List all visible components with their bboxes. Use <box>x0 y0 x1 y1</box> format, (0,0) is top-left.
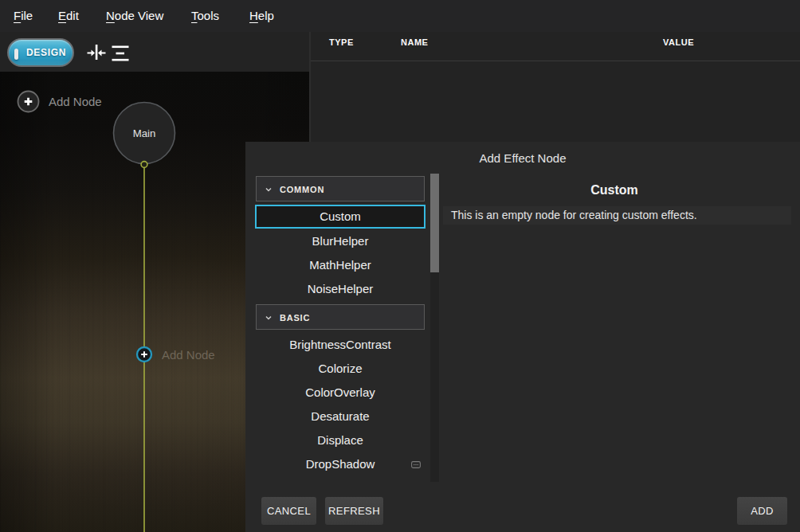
svg-text:Main: Main <box>133 127 156 139</box>
